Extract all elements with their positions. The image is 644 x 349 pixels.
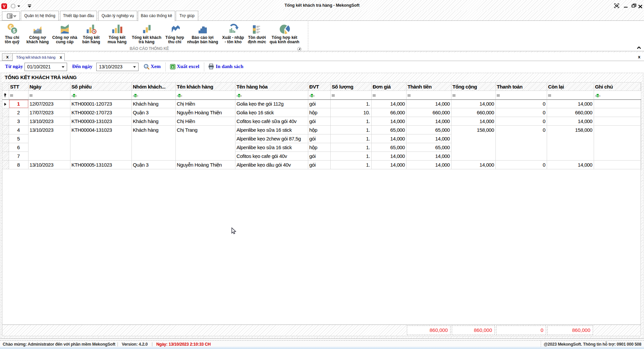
svg-text:V: V xyxy=(3,4,5,9)
svg-text:C: C xyxy=(240,95,242,97)
svg-text:A: A xyxy=(309,95,311,97)
svg-text:A: A xyxy=(71,95,73,97)
svg-text:A: A xyxy=(236,95,238,97)
svg-text:C: C xyxy=(137,95,139,97)
svg-text:A: A xyxy=(133,95,135,97)
svg-text:x: x xyxy=(172,65,174,69)
svg-text:A: A xyxy=(177,95,178,97)
svg-text:A: A xyxy=(595,95,597,97)
svg-text:C: C xyxy=(599,95,601,97)
svg-text:C: C xyxy=(313,95,315,97)
svg-text:$: $ xyxy=(13,28,16,34)
svg-text:C: C xyxy=(181,95,182,97)
svg-text:C: C xyxy=(75,95,77,97)
